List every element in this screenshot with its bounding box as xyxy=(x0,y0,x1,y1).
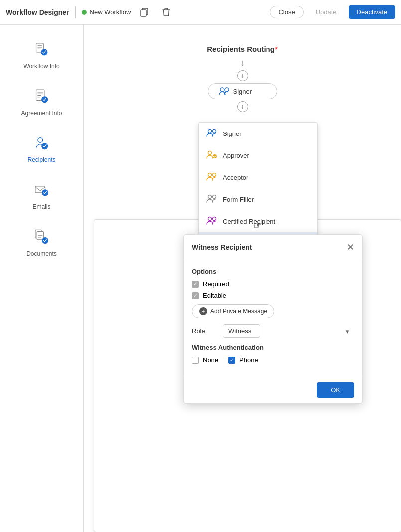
svg-point-22 xyxy=(213,195,216,199)
emails-icon-container xyxy=(31,179,53,201)
witness-recipient-dialog: Witness Recipient ✕ Options Required Edi… xyxy=(183,234,363,404)
required-checkbox-row: Required xyxy=(192,280,354,288)
workflow-badge: New Workflow xyxy=(82,8,131,16)
role-label: Role xyxy=(192,327,217,335)
signer-node-bg[interactable]: Signer xyxy=(208,83,277,99)
dialog-body: Options Required Editable + Add Private … xyxy=(184,260,362,376)
options-title: Options xyxy=(192,268,354,275)
flow-container-bg: ↓ + Signer + xyxy=(208,57,277,114)
svg-point-19 xyxy=(208,173,212,177)
workflow-info-icon-container xyxy=(31,39,53,61)
copy-button[interactable] xyxy=(136,4,152,20)
add-btn-bg-2[interactable]: + xyxy=(237,101,248,112)
content-area: Recipients Routing* ↓ + Signer + xyxy=(84,25,401,532)
sidebar-item-emails[interactable]: Emails xyxy=(0,173,83,216)
phone-auth-row: Phone xyxy=(228,356,258,364)
sidebar-item-workflow-info-label: Workflow Info xyxy=(23,63,59,70)
none-label: None xyxy=(203,356,218,364)
required-star-bg: * xyxy=(275,45,278,53)
sidebar-item-agreement-info-label: Agreement Info xyxy=(21,110,62,117)
editable-checkbox[interactable] xyxy=(192,292,199,299)
phone-checkbox[interactable] xyxy=(228,357,235,364)
update-button[interactable]: Update xyxy=(310,6,343,18)
close-button[interactable]: Close xyxy=(270,6,303,18)
sidebar: Workflow Info Agreement Info xyxy=(0,25,84,532)
recipients-icon-container xyxy=(31,133,53,154)
sidebar-item-emails-label: Emails xyxy=(32,203,50,210)
add-private-message-button[interactable]: + Add Private Message xyxy=(192,304,274,318)
svg-point-16 xyxy=(213,130,216,133)
dialog-close-button[interactable]: ✕ xyxy=(347,242,354,253)
sidebar-item-documents-label: Documents xyxy=(26,250,57,257)
editable-checkbox-row: Editable xyxy=(192,292,354,299)
svg-point-17 xyxy=(208,151,212,155)
routing-title-bg: Recipients Routing* xyxy=(207,45,278,53)
svg-point-13 xyxy=(220,88,224,92)
workflow-name: New Workflow xyxy=(90,8,131,16)
sidebar-item-agreement-info[interactable]: Agreement Info xyxy=(0,80,83,123)
status-dot xyxy=(82,10,87,15)
documents-icon-container xyxy=(31,226,53,248)
none-auth-row: None xyxy=(192,356,218,364)
svg-point-23 xyxy=(208,217,212,221)
dialog-title: Witness Recipient xyxy=(192,243,252,251)
svg-point-15 xyxy=(208,130,212,133)
svg-point-14 xyxy=(225,88,229,92)
role-select[interactable]: Witness Signer Approver xyxy=(223,324,260,338)
dialog-header: Witness Recipient ✕ xyxy=(184,235,362,260)
divider xyxy=(75,6,76,18)
deactivate-button[interactable]: Deactivate xyxy=(349,5,395,19)
ok-button[interactable]: OK xyxy=(317,382,354,398)
editable-label: Editable xyxy=(203,292,226,299)
witness-auth-title: Witness Authentication xyxy=(192,344,354,351)
required-checkbox[interactable] xyxy=(192,281,199,288)
dropdown-item-form-filler[interactable]: Form Filler xyxy=(199,188,317,210)
main-layout: Workflow Info Agreement Info xyxy=(0,25,401,532)
delete-button[interactable] xyxy=(158,4,174,20)
plus-icon: + xyxy=(199,307,207,315)
role-select-wrapper: Witness Signer Approver xyxy=(223,324,354,338)
svg-point-24 xyxy=(213,217,216,221)
dialog-footer: OK xyxy=(184,376,362,403)
dropdown-item-approver[interactable]: Approver xyxy=(199,144,317,166)
auth-options-row: None Phone xyxy=(192,356,354,368)
app-title: Workflow Designer xyxy=(6,8,69,16)
sidebar-item-recipients-label: Recipients xyxy=(27,156,55,163)
required-label: Required xyxy=(203,280,229,288)
dropdown-item-signer[interactable]: Signer xyxy=(199,123,317,144)
role-row: Role Witness Signer Approver xyxy=(192,324,354,338)
arrow-bg: ↓ xyxy=(240,58,245,67)
svg-point-21 xyxy=(208,195,212,199)
top-bar: Workflow Designer New Workflow Close Upd… xyxy=(0,0,401,25)
dropdown-item-acceptor[interactable]: Acceptor xyxy=(199,166,317,188)
signer-node-bg-label: Signer xyxy=(233,88,252,95)
add-btn-bg[interactable]: + xyxy=(237,70,248,81)
svg-rect-1 xyxy=(141,10,146,16)
sidebar-item-recipients[interactable]: Recipients xyxy=(0,127,83,169)
svg-point-20 xyxy=(213,173,216,177)
svg-point-6 xyxy=(37,138,42,143)
sidebar-item-workflow-info[interactable]: Workflow Info xyxy=(0,33,83,76)
add-private-message-label: Add Private Message xyxy=(210,308,267,315)
agreement-info-icon-container xyxy=(31,86,53,108)
dropdown-item-certified-recipient[interactable]: Certified Recipient xyxy=(199,210,317,232)
none-checkbox[interactable] xyxy=(192,357,199,364)
phone-label: Phone xyxy=(239,356,258,364)
sidebar-item-documents[interactable]: Documents xyxy=(0,220,83,263)
